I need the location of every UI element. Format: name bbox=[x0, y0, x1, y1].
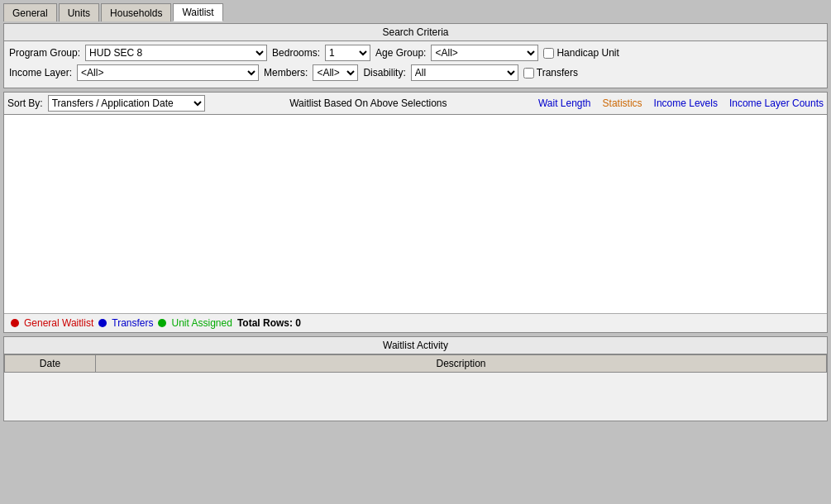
program-group-label: Program Group: bbox=[9, 47, 80, 59]
tab-waitlist[interactable]: Waitlist bbox=[173, 3, 222, 21]
unit-assigned-dot bbox=[158, 319, 166, 327]
waitlist-activity-title: Waitlist Activity bbox=[4, 337, 827, 354]
search-criteria-title: Search Criteria bbox=[4, 24, 827, 41]
age-group-label: Age Group: bbox=[375, 47, 426, 59]
wait-length-link[interactable]: Wait Length bbox=[538, 97, 591, 109]
handicap-unit-checkbox-label[interactable]: Handicap Unit bbox=[543, 47, 618, 59]
income-layer-counts-link[interactable]: Income Layer Counts bbox=[729, 97, 824, 109]
activity-table-wrapper: Date Description bbox=[4, 354, 827, 421]
date-column-header: Date bbox=[5, 355, 96, 373]
search-criteria-body: Program Group: HUD SEC 8 Bedrooms: 1 Age… bbox=[4, 41, 827, 88]
general-waitlist-label: General Waitlist bbox=[24, 317, 93, 329]
bedrooms-select[interactable]: 1 bbox=[325, 45, 370, 61]
statistics-link[interactable]: Statistics bbox=[603, 97, 642, 109]
search-criteria-panel: Search Criteria Program Group: HUD SEC 8… bbox=[3, 23, 828, 88]
transfers-checkbox[interactable] bbox=[523, 68, 534, 78]
waitlist-grid-panel: Sort By: Transfers / Application Date Wa… bbox=[3, 92, 828, 333]
form-row-1: Program Group: HUD SEC 8 Bedrooms: 1 Age… bbox=[9, 45, 822, 61]
members-select[interactable]: <All> bbox=[313, 64, 358, 81]
form-row-2: Income Layer: <All> Members: <All> Disab… bbox=[9, 64, 822, 81]
transfers-dot bbox=[98, 319, 107, 327]
general-waitlist-dot bbox=[11, 319, 19, 327]
disability-label: Disability: bbox=[363, 67, 405, 78]
age-group-select[interactable]: <All> bbox=[431, 45, 538, 61]
disability-select[interactable]: All bbox=[411, 64, 518, 81]
sort-bar: Sort By: Transfers / Application Date Wa… bbox=[4, 93, 827, 115]
program-group-select[interactable]: HUD SEC 8 bbox=[85, 45, 267, 61]
tab-households[interactable]: Households bbox=[101, 3, 171, 21]
transfers-checkbox-label[interactable]: Transfers bbox=[523, 67, 578, 78]
waitlist-activity-panel: Waitlist Activity Date Description bbox=[3, 336, 828, 421]
main-content: Search Criteria Program Group: HUD SEC 8… bbox=[0, 21, 831, 425]
waitlist-grid-body bbox=[4, 115, 827, 313]
sort-by-label: Sort By: bbox=[7, 97, 43, 109]
tab-bar: General Units Households Waitlist bbox=[0, 0, 831, 21]
tab-general[interactable]: General bbox=[3, 3, 57, 21]
members-label: Members: bbox=[264, 67, 308, 78]
income-layer-label: Income Layer: bbox=[9, 67, 72, 78]
description-column-header: Description bbox=[96, 355, 827, 373]
income-levels-link[interactable]: Income Levels bbox=[654, 97, 718, 109]
activity-table: Date Description bbox=[4, 354, 827, 373]
bedrooms-label: Bedrooms: bbox=[272, 47, 320, 59]
waitlist-based-text: Waitlist Based On Above Selections bbox=[210, 97, 527, 109]
income-layer-select[interactable]: <All> bbox=[77, 64, 259, 81]
sort-select[interactable]: Transfers / Application Date bbox=[48, 95, 205, 112]
total-rows-label: Total Rows: 0 bbox=[237, 317, 301, 329]
legend-bar: General Waitlist Transfers Unit Assigned… bbox=[4, 313, 827, 332]
tab-units[interactable]: Units bbox=[59, 3, 99, 21]
unit-assigned-label: Unit Assigned bbox=[171, 317, 232, 329]
transfers-legend-label: Transfers bbox=[112, 317, 153, 329]
handicap-unit-checkbox[interactable] bbox=[543, 48, 554, 59]
